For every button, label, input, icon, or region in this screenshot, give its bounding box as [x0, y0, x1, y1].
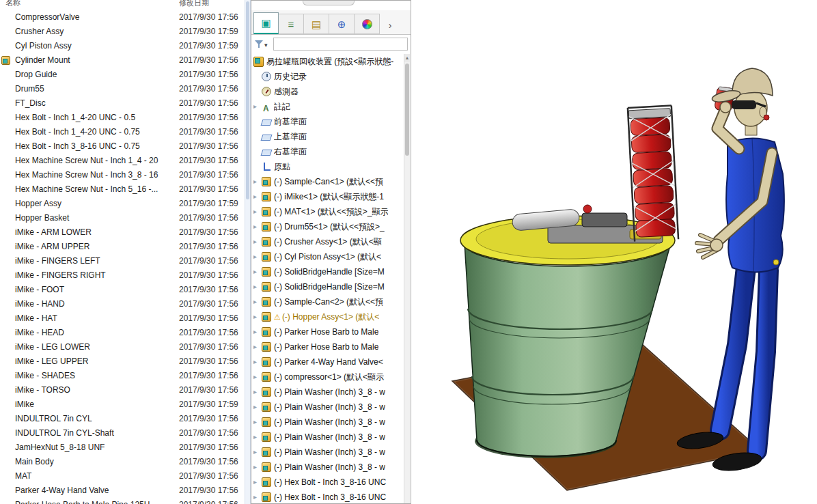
feature-tree-item[interactable]: (-) Plain Washer (Inch) 3_8 - w [251, 460, 404, 475]
explorer-scrollbar-thumb[interactable] [246, 1, 249, 199]
file-row[interactable]: INDULTROL 7in CYL-Shaft 2017/9/30 17:56 [0, 426, 245, 440]
file-row[interactable]: MAT 2017/9/30 17:56 [0, 469, 245, 484]
feature-tree-item[interactable]: (-) Parker Hose Barb to Male [251, 339, 404, 354]
file-row[interactable]: Hex Machine Screw Nut - Inch 1_4 - 20 20… [0, 154, 245, 168]
file-row[interactable]: iMike - LEG UPPER 2017/9/30 17:56 [0, 354, 245, 369]
feature-tree-item[interactable]: (-) compressor<1> (默认<顯示 [251, 369, 404, 384]
file-row[interactable]: Cyl Piston Assy 2017/9/30 17:59 [0, 39, 245, 53]
expand-arrow-icon[interactable] [253, 354, 262, 369]
expand-arrow-icon[interactable] [253, 189, 262, 204]
tree-scrollbar-thumb[interactable] [405, 64, 409, 156]
file-row[interactable]: Hex Machine Screw Nut - Inch 3_8 - 16 20… [0, 168, 245, 182]
expand-arrow-icon[interactable] [253, 219, 262, 234]
expand-arrow-icon[interactable] [253, 234, 262, 249]
expand-arrow-icon[interactable] [253, 339, 262, 354]
tab-propertymanager[interactable]: ≡ [279, 14, 304, 34]
expand-arrow-icon[interactable] [253, 445, 262, 460]
feature-tree-item[interactable]: (-) iMike<1> (默认<顯示狀態-1 [251, 189, 404, 204]
expand-arrow-icon[interactable] [253, 294, 262, 309]
column-header-name[interactable]: 名称 [5, 0, 20, 8]
feature-tree-item[interactable]: (-) Hex Bolt - Inch 3_8-16 UNC [251, 490, 404, 503]
file-row[interactable]: Main Body 2017/9/30 17:56 [0, 455, 245, 469]
file-row[interactable]: Hex Machine Screw Nut - Inch 5_16 -... 2… [0, 182, 245, 197]
feature-tree-item[interactable]: (-) Parker 4-Way Hand Valve< [251, 354, 404, 369]
file-row[interactable]: iMike 2017/9/30 17:59 [0, 397, 245, 412]
expand-arrow-icon[interactable] [253, 99, 262, 114]
feature-tree-item[interactable]: 前基準面 [251, 114, 404, 129]
feature-tree-item[interactable]: (-) Plain Washer (Inch) 3_8 - w [251, 384, 404, 400]
file-row[interactable]: INDULTROL 7in CYL 2017/9/30 17:56 [0, 412, 245, 426]
file-row[interactable]: iMike - FOOT 2017/9/30 17:56 [0, 283, 245, 297]
expand-arrow-icon[interactable] [253, 309, 262, 324]
feature-tree-item[interactable]: 感測器 [251, 84, 404, 99]
file-row[interactable]: Hopper Assy 2017/9/30 17:59 [0, 197, 245, 211]
feature-tree-item[interactable]: (-) Crusher Assy<1> (默认<顯 [251, 234, 404, 249]
expand-arrow-icon[interactable] [253, 400, 262, 415]
3d-viewport[interactable] [411, 0, 817, 504]
file-row[interactable]: FT_Disc 2017/9/30 17:56 [0, 96, 245, 111]
tree-scrollbar[interactable]: ▲ [404, 54, 410, 503]
expand-arrow-icon[interactable] [253, 430, 262, 445]
feature-tree-item[interactable]: (-) SolidBridgeHandle [Size=M [251, 264, 404, 279]
feature-tree-item[interactable]: (-) Drum55<1> (默认<<預設>_ [251, 219, 404, 234]
file-row[interactable]: iMike - FINGERS LEFT 2017/9/30 17:56 [0, 254, 245, 268]
feature-tree-item[interactable]: (-) Plain Washer (Inch) 3_8 - w [251, 415, 404, 430]
expand-arrow-icon[interactable] [253, 460, 262, 475]
feature-tree-item[interactable]: 上基準面 [251, 129, 404, 144]
expand-arrow-icon[interactable] [253, 384, 262, 400]
file-row[interactable]: Drum55 2017/9/30 17:56 [0, 82, 245, 96]
file-row[interactable]: iMike - ARM LOWER 2017/9/30 17:56 [0, 225, 245, 240]
file-row[interactable]: iMike - FINGERS RIGHT 2017/9/30 17:56 [0, 268, 245, 283]
feature-tree-item[interactable]: 註記 [251, 99, 404, 114]
expand-arrow-icon[interactable] [253, 279, 262, 294]
expand-arrow-icon[interactable] [253, 324, 262, 339]
file-row[interactable]: iMike - LEG LOWER 2017/9/30 17:56 [0, 340, 245, 354]
file-row[interactable]: Hex Bolt - Inch 1_4-20 UNC - 0.5 2017/9/… [0, 111, 245, 125]
scroll-up-arrow-icon[interactable]: ▲ [404, 54, 410, 62]
file-row[interactable]: Cylinder Mount 2017/9/30 17:56 [0, 53, 245, 68]
file-row[interactable]: Parker 4-Way Hand Valve 2017/9/30 17:56 [0, 484, 245, 498]
file-row[interactable]: Crusher Assy 2017/9/30 17:59 [0, 25, 245, 39]
expand-arrow-icon[interactable] [253, 174, 262, 189]
feature-tree-item[interactable]: (-) SolidBridgeHandle [Size=M [251, 279, 404, 294]
file-row[interactable]: CompressorValve 2017/9/30 17:56 [0, 10, 245, 25]
feature-tree-item[interactable]: (-) Plain Washer (Inch) 3_8 - w [251, 445, 404, 460]
file-row[interactable]: iMike - HAT 2017/9/30 17:56 [0, 311, 245, 326]
file-row[interactable]: Hex Bolt - Inch 3_8-16 UNC - 0.75 2017/9… [0, 139, 245, 154]
expand-arrow-icon[interactable] [253, 475, 262, 490]
panel-grip[interactable] [303, 1, 355, 5]
file-row[interactable]: iMike - ARM UPPER 2017/9/30 17:56 [0, 240, 245, 254]
file-row[interactable]: iMike - HEAD 2017/9/30 17:56 [0, 326, 245, 340]
expand-arrow-icon[interactable] [253, 264, 262, 279]
feature-tree-item[interactable]: (-) Hopper Assy<1> (默认< [251, 309, 404, 324]
feature-tree-filter-input[interactable] [273, 38, 408, 51]
file-row[interactable]: JamHexNut 5_8-18 UNF 2017/9/30 17:56 [0, 440, 245, 455]
file-row[interactable]: iMike - SHADES 2017/9/30 17:56 [0, 369, 245, 383]
expand-arrow-icon[interactable] [253, 369, 262, 384]
feature-tree-item[interactable]: (-) Sample-Can<1> (默认<<預 [251, 174, 404, 189]
expand-arrow-icon[interactable] [253, 415, 262, 430]
tab-featuremanager[interactable]: ▣ [253, 12, 279, 34]
feature-tree-item[interactable]: (-) Hex Bolt - Inch 3_8-16 UNC [251, 475, 404, 490]
feature-tree-item[interactable]: (-) MAT<1> (默认<<預設>_顯示 [251, 204, 404, 219]
3d-viewport-scene[interactable] [411, 0, 817, 504]
file-row[interactable]: iMike - HAND 2017/9/30 17:56 [0, 297, 245, 311]
file-row[interactable]: Parker Hose Barb to Male Pipe 125H... 20… [0, 498, 245, 504]
feature-tree-item[interactable]: 右基準面 [251, 144, 404, 159]
feature-tree-item[interactable]: (-) Sample-Can<2> (默认<<預 [251, 294, 404, 309]
feature-tree-item[interactable]: (-) Plain Washer (Inch) 3_8 - w [251, 400, 404, 415]
tab-configurationmanager[interactable]: ▤ [304, 14, 329, 34]
column-header-modified[interactable]: 修改日期 [179, 0, 209, 8]
expand-arrow-icon[interactable] [253, 249, 262, 264]
feature-tree-item[interactable]: 历史记录 [251, 69, 404, 84]
tab-displaymanager[interactable] [355, 14, 380, 34]
feature-tree-item[interactable]: (-) Parker Hose Barb to Male [251, 324, 404, 339]
feature-tree-item[interactable]: (-) Cyl Piston Assy<1> (默认< [251, 249, 404, 264]
file-row[interactable]: Hex Bolt - Inch 1_4-20 UNC - 0.75 2017/9… [0, 125, 245, 139]
feature-tree-item[interactable]: 易拉罐瓶回收装置 (預設<顯示狀態- [251, 54, 404, 69]
explorer-scrollbar[interactable] [245, 0, 251, 504]
file-row[interactable]: iMike - TORSO 2017/9/30 17:56 [0, 383, 245, 397]
expand-arrow-icon[interactable] [253, 204, 262, 219]
file-row[interactable]: Hopper Basket 2017/9/30 17:56 [0, 211, 245, 225]
tab-overflow-button[interactable]: › [384, 16, 396, 34]
